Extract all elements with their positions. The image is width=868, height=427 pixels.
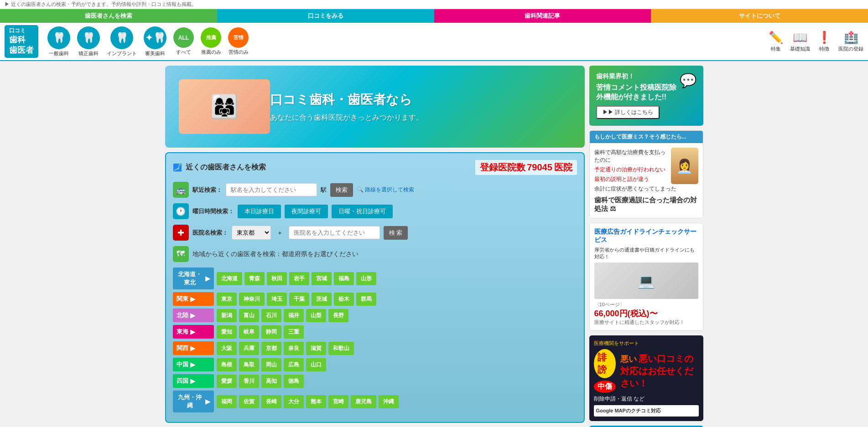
pref-okayama[interactable]: 岡山 — [261, 358, 281, 371]
prefs-tokai: 愛知 岐阜 静岡 三重 — [217, 325, 304, 339]
pref-fukuoka[interactable]: 福岡 — [217, 395, 237, 408]
station-search-button[interactable]: 検索 — [330, 183, 353, 197]
prefecture-select[interactable]: 東京都 大阪府 神奈川県 北海道 — [232, 226, 271, 240]
route-select-link[interactable]: 🔍 路線を選択して検索 — [357, 186, 414, 194]
today-btn[interactable]: 本日診療日 — [238, 205, 281, 218]
station-search-label: 駅近検索： — [192, 186, 222, 194]
pref-aichi[interactable]: 愛知 — [217, 325, 237, 339]
ad-bad-review[interactable]: 医療機関をサポート 誹謗 中傷 悪い 悪い口コミの対応はお任せください！ 削除申… — [589, 335, 703, 421]
logo[interactable]: 口コミ 歯科 歯医者 — [5, 25, 38, 58]
pref-kyoto[interactable]: 京都 — [261, 342, 281, 355]
pref-shizuoka[interactable]: 静岡 — [261, 325, 281, 339]
prefs-kanto: 東京 神奈川 埼玉 千葉 茨城 栃木 群馬 — [217, 293, 376, 306]
pref-kagoshima[interactable]: 鹿児島 — [351, 395, 376, 408]
time-search-row: 🕐 曜日時間検索： 本日診療日 夜間診療可 日曜・祝日診療可 — [173, 203, 577, 219]
pref-aomori[interactable]: 青森 — [244, 272, 265, 285]
pref-niigata[interactable]: 新潟 — [217, 309, 237, 322]
pref-yamanashi[interactable]: 山梨 — [306, 309, 326, 322]
icon-implant[interactable]: 🦷 インプラント — [107, 26, 137, 57]
pref-kochi[interactable]: 高知 — [261, 375, 281, 388]
icon-knowledge[interactable]: 📖 基礎知識 — [790, 31, 810, 52]
pref-hokkaido[interactable]: 北海道 — [217, 272, 242, 285]
pref-wakayama[interactable]: 和歌山 — [328, 342, 354, 355]
pref-toyama[interactable]: 富山 — [239, 309, 259, 322]
implant-icon: 🦷 — [110, 26, 133, 49]
icon-register[interactable]: 🏥 医院の登録 — [838, 31, 863, 52]
pref-miyagi[interactable]: 宮城 — [312, 272, 332, 285]
nav-tab-about[interactable]: サイトについて — [651, 9, 868, 23]
pref-oita[interactable]: 大分 — [284, 395, 304, 408]
logo-icon: 口コミ — [9, 27, 34, 35]
region-label-kansai: 関西 ▶ — [173, 341, 214, 355]
pref-iwate[interactable]: 岩手 — [289, 272, 309, 285]
icon-featured[interactable]: ✏️ 特集 — [769, 31, 783, 52]
sidebar-ad-2: もしかして医療ミス？そう感じたら... 👩‍💼 歯科で高額な治療費を支払ったのに… — [589, 130, 703, 218]
pref-kagawa[interactable]: 香川 — [239, 375, 259, 388]
pref-tochigi[interactable]: 栃木 — [334, 293, 354, 306]
pref-tottori[interactable]: 鳥取 — [239, 358, 259, 371]
cosmetic-icon: ✦🦷 — [144, 26, 166, 49]
icon-special[interactable]: ❗ 特徴 — [817, 31, 832, 52]
pref-kumamoto[interactable]: 熊本 — [306, 395, 326, 408]
pref-akita[interactable]: 秋田 — [267, 272, 287, 285]
region-row-shikoku: 四国 ▶ 愛媛 香川 高知 徳島 — [173, 374, 577, 388]
nav-tab-review[interactable]: 口コミをみる — [217, 9, 434, 23]
pref-ibaraki[interactable]: 茨城 — [312, 293, 332, 306]
pref-miyazaki[interactable]: 宮崎 — [328, 395, 348, 408]
pref-tokushima[interactable]: 徳島 — [284, 375, 304, 388]
pref-osaka[interactable]: 大阪 — [217, 342, 237, 355]
pref-ehime[interactable]: 愛媛 — [217, 375, 237, 388]
pref-nara[interactable]: 奈良 — [284, 342, 304, 355]
pref-chiba[interactable]: 千葉 — [289, 293, 309, 306]
pref-nagasaki[interactable]: 長崎 — [261, 395, 281, 408]
bubble-icon: 💬 — [680, 72, 696, 88]
icon-recommend[interactable]: 推薦 推薦のみ — [201, 27, 221, 56]
pref-ishikawa[interactable]: 石川 — [261, 309, 281, 322]
clinic-name-input[interactable] — [289, 226, 380, 239]
search-box-title: 🗾 近くの歯医者さんを検索 — [173, 163, 266, 172]
clinic-search-button[interactable]: 検 索 — [384, 226, 408, 240]
nav-tab-article[interactable]: 歯科関連記事 — [434, 9, 651, 23]
main-wrapper: 👩‍👩‍👧 口コミ歯科・歯医者なら あなたに合う歯科医院がきっとみつかります。 … — [161, 61, 708, 427]
pref-saitama[interactable]: 埼玉 — [267, 293, 287, 306]
knowledge-icon: 📖 — [793, 31, 807, 45]
pref-okinawa[interactable]: 沖縄 — [379, 395, 399, 408]
prefs-chugoku: 島根 鳥取 岡山 広島 山口 — [217, 358, 326, 371]
region-row-kanto: 関東 ▶ 東京 神奈川 埼玉 千葉 茨城 栃木 群馬 — [173, 292, 577, 306]
pref-shiga[interactable]: 滋賀 — [306, 342, 326, 355]
pref-yamaguchi[interactable]: 山口 — [306, 358, 326, 371]
pref-saga[interactable]: 佐賀 — [239, 395, 259, 408]
icon-orthodontics[interactable]: 🦷 矯正歯科 — [77, 26, 100, 57]
ad-malpractice[interactable]: もしかして医療ミス？そう感じたら... 👩‍💼 歯科で高額な治療費を支払ったのに… — [589, 130, 703, 218]
pref-gunma[interactable]: 群馬 — [356, 293, 376, 306]
icon-general[interactable]: 🦷 一般歯科 — [47, 26, 70, 57]
complaint-icon: 苦情 — [228, 27, 249, 48]
ad3-price: 66,000円(税込)〜 — [594, 308, 698, 319]
pref-kanagawa[interactable]: 神奈川 — [239, 293, 265, 306]
station-search-input[interactable] — [226, 183, 317, 196]
pref-tokyo[interactable]: 東京 — [217, 293, 237, 306]
pref-shimane[interactable]: 島根 — [217, 358, 237, 371]
nav-tab-search[interactable]: 歯医者さんを検索 — [0, 9, 217, 23]
pref-mie[interactable]: 三重 — [284, 325, 304, 339]
pref-yamagata[interactable]: 山形 — [356, 272, 376, 285]
general-icon: 🦷 — [47, 26, 70, 49]
ad2-topbar: もしかして医療ミス？そう感じたら... — [590, 131, 703, 143]
icon-complaint[interactable]: 苦情 苦情のみ — [228, 27, 249, 56]
pref-hyogo[interactable]: 兵庫 — [239, 342, 259, 355]
pref-hiroshima[interactable]: 広島 — [284, 358, 304, 371]
ad3-note: 医療サイトに精通したスタッフが対応！ — [594, 319, 698, 326]
ad1-detail-button[interactable]: ▶▶ 詳しくはこちら — [596, 106, 660, 119]
ad-guideline[interactable]: 医療広告ガイドラインチェックサービス 厚労省からの通達書や日矯ガイドラインにも対… — [589, 223, 703, 331]
icon-all[interactable]: ALL すべて — [173, 27, 194, 56]
holiday-btn[interactable]: 日曜・祝日診療可 — [332, 205, 393, 218]
pref-nagano[interactable]: 長野 — [328, 309, 348, 322]
pref-fukushima[interactable]: 福島 — [334, 272, 354, 285]
all-icon: ALL — [173, 27, 194, 48]
pref-gifu[interactable]: 岐阜 — [239, 325, 259, 339]
prefs-kansai: 大阪 兵庫 京都 奈良 滋賀 和歌山 — [217, 342, 354, 355]
pref-fukui[interactable]: 福井 — [284, 309, 304, 322]
time-buttons: 本日診療日 夜間診療可 日曜・祝日診療可 — [238, 205, 393, 218]
icon-cosmetic[interactable]: ✦🦷 審美歯科 — [144, 26, 166, 57]
evening-btn[interactable]: 夜間診療可 — [285, 205, 328, 218]
